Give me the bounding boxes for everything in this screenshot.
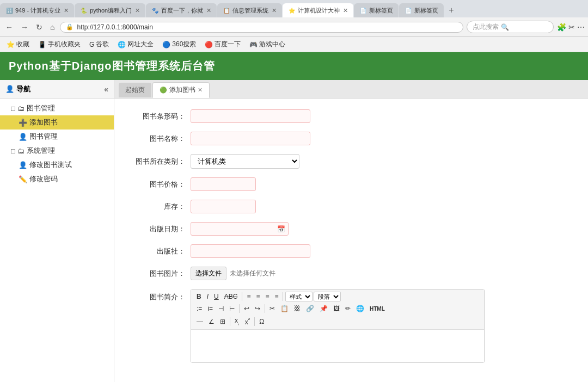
bookmark-mobile[interactable]: 📱 手机收藏夹 xyxy=(36,39,83,50)
input-price[interactable] xyxy=(191,177,256,191)
calendar-icon[interactable]: 📅 xyxy=(277,225,285,233)
more-icon[interactable]: ⋯ xyxy=(577,23,585,32)
input-barcode[interactable] xyxy=(191,109,310,123)
rte-wrapper[interactable]: B I U ABC ≡ ≡ ≡ ≡ 样 xyxy=(191,289,485,363)
search-bar[interactable]: 点此搜索 🔍 xyxy=(467,21,554,33)
sidebar-item-change-pwd[interactable]: ✏️ 修改密码 xyxy=(0,172,114,186)
sidebar-item-edit-book[interactable]: 👤 修改图书测试 xyxy=(0,158,114,172)
bookmark-mobile-label: 手机收藏夹 xyxy=(48,40,81,49)
form-row-category: 图书所在类别： 计算机类 xyxy=(131,154,572,169)
select-category[interactable]: 计算机类 xyxy=(191,154,299,169)
scissors-icon[interactable]: ✂ xyxy=(568,23,575,32)
browser-tab-4[interactable]: 📋 信息管理系统 ✕ xyxy=(217,3,282,17)
user-icon: 👤 xyxy=(19,133,27,141)
rte-sup[interactable]: x² xyxy=(243,316,252,327)
tab5-close[interactable]: ✕ xyxy=(343,7,348,14)
new-tab-button[interactable]: + xyxy=(444,3,458,17)
browser-tab-5[interactable]: ⭐ 计算机设计大神 ✕ xyxy=(283,3,353,17)
tab4-title: 信息管理系统 xyxy=(232,7,268,15)
bookmark-favorites[interactable]: ⭐ 收藏 xyxy=(4,39,32,50)
rte-angle[interactable]: ∠ xyxy=(206,317,217,326)
sidebar-item-sys-mgmt-label: 系统管理 xyxy=(27,146,55,156)
tree-group-icon2: 🗂 xyxy=(17,147,24,155)
rte-sep5 xyxy=(230,317,230,326)
browser-tab-2[interactable]: 🐍 python编程入门 ✕ xyxy=(75,3,145,17)
rte-style-select[interactable]: 样式 xyxy=(285,292,313,301)
search-placeholder: 点此搜索 xyxy=(473,22,499,32)
rte-italic[interactable]: I xyxy=(205,292,211,301)
tab2-close[interactable]: ✕ xyxy=(135,7,140,14)
rte-image[interactable]: 🖼 xyxy=(331,304,342,313)
rte-align-left[interactable]: ≡ xyxy=(244,292,253,301)
extensions-icon[interactable]: 🧩 xyxy=(557,23,566,32)
tab4-close[interactable]: ✕ xyxy=(272,7,277,14)
rte-bold[interactable]: B xyxy=(194,292,204,301)
browser-tab-6[interactable]: 📄 新标签页 xyxy=(354,3,399,17)
rte-hr[interactable]: — xyxy=(194,317,205,326)
input-stock[interactable] xyxy=(191,200,256,213)
rte-align-center[interactable]: ≡ xyxy=(254,292,262,301)
rte-web[interactable]: 🌐 xyxy=(354,304,366,313)
rte-table[interactable]: ⊞ xyxy=(218,317,228,326)
app-header: Python基于Django图书管理系统后台管 xyxy=(0,52,588,80)
input-publisher[interactable] xyxy=(191,244,310,258)
browser-tab-3[interactable]: 🐾 百度一下，你就 ✕ xyxy=(146,3,217,17)
bookmark-360-label: 360搜索 xyxy=(172,40,196,49)
rte-pen[interactable]: ✏ xyxy=(343,304,353,313)
rte-underline[interactable]: U xyxy=(212,292,221,301)
page-tab-add-book[interactable]: 🟢 添加图书 ✕ xyxy=(152,82,210,98)
back-button[interactable]: ← xyxy=(3,22,15,33)
rte-indent[interactable]: ⊢ xyxy=(227,304,237,313)
rte-sub[interactable]: x, xyxy=(232,316,242,326)
sidebar-item-book-list[interactable]: 👤 图书管理 xyxy=(0,130,114,144)
forward-button[interactable]: → xyxy=(19,22,30,33)
file-choose-button[interactable]: 选择文件 xyxy=(191,267,226,280)
rte-align-justify[interactable]: ≡ xyxy=(272,292,280,301)
rte-ol[interactable]: := xyxy=(194,304,204,313)
browser-tab-7[interactable]: 📄 新标签页 xyxy=(399,3,444,17)
sidebar-item-sys-mgmt-group[interactable]: □ 🗂 系统管理 xyxy=(0,144,114,158)
bookmark-favorites-label: 收藏 xyxy=(16,40,29,49)
sidebar-item-add-book[interactable]: ➕ 添加图书 xyxy=(0,115,114,130)
browser-tab-1[interactable]: 🔢 949 - 计算机专业 ✕ xyxy=(0,3,74,17)
rte-outdent[interactable]: ⊣ xyxy=(216,304,226,313)
rte-undo[interactable]: ↩ xyxy=(242,304,252,313)
rte-link[interactable]: 🔗 xyxy=(304,304,316,313)
page-tab-home[interactable]: 起始页 xyxy=(119,83,151,97)
tab7-title: 新标签页 xyxy=(414,7,438,15)
rte-content[interactable] xyxy=(191,330,484,362)
sidebar-item-book-mgmt-group[interactable]: □ 🗂 图书管理 xyxy=(0,101,114,115)
rte-format-select[interactable]: 段落 xyxy=(314,292,341,301)
bookmark-games[interactable]: 🎮 游戏中心 xyxy=(247,39,287,50)
rte-strikethrough[interactable]: ABC xyxy=(222,292,240,301)
rte-sep6 xyxy=(254,317,255,326)
sidebar-collapse-button[interactable]: « xyxy=(104,85,108,94)
sidebar-nav: □ 🗂 图书管理 ➕ 添加图书 👤 图书管理 □ 🗂 系统管理 xyxy=(0,99,114,188)
rte-align-right[interactable]: ≡ xyxy=(263,292,271,301)
input-name[interactable] xyxy=(191,132,310,145)
address-bar[interactable]: 🔒 http://127.0.0.1:8000/main xyxy=(60,22,463,33)
home-button[interactable]: ⌂ xyxy=(48,22,57,33)
rte-redo[interactable]: ↪ xyxy=(253,304,262,313)
page-tab-add-book-close[interactable]: ✕ xyxy=(198,87,203,94)
rte-copy[interactable]: 📋 xyxy=(278,304,291,313)
rte-toolbar-row2: := i= ⊣ ⊢ ↩ ↪ ✂ 📋 ⛓ � xyxy=(194,304,481,313)
bookmark-nav[interactable]: 🌐 网址大全 xyxy=(115,39,156,50)
rte-unlink[interactable]: ⛓ xyxy=(292,304,303,313)
bookmark-360[interactable]: 🔵 360搜索 xyxy=(160,39,198,50)
rte-omega[interactable]: Ω xyxy=(257,317,266,326)
tab1-close[interactable]: ✕ xyxy=(64,7,69,14)
refresh-button[interactable]: ↻ xyxy=(34,22,45,33)
rte-ul[interactable]: i= xyxy=(205,304,215,313)
bookmark-baidu[interactable]: 🔴 百度一下 xyxy=(203,39,243,50)
rte-anchor[interactable]: 📌 xyxy=(317,304,330,313)
tab3-close[interactable]: ✕ xyxy=(206,7,211,14)
rte-cut[interactable]: ✂ xyxy=(267,304,277,313)
nav-icons: 🧩 ✂ ⋯ xyxy=(557,23,585,32)
bookmark-google[interactable]: G 谷歌 xyxy=(87,39,111,50)
sidebar-item-change-pwd-label: 修改密码 xyxy=(29,174,58,184)
sidebar-item-book-list-label: 图书管理 xyxy=(29,132,58,141)
input-pub-date[interactable] xyxy=(191,222,289,236)
rte-html[interactable]: HTML xyxy=(367,305,387,313)
bookmark-baidu-label: 百度一下 xyxy=(215,40,241,49)
